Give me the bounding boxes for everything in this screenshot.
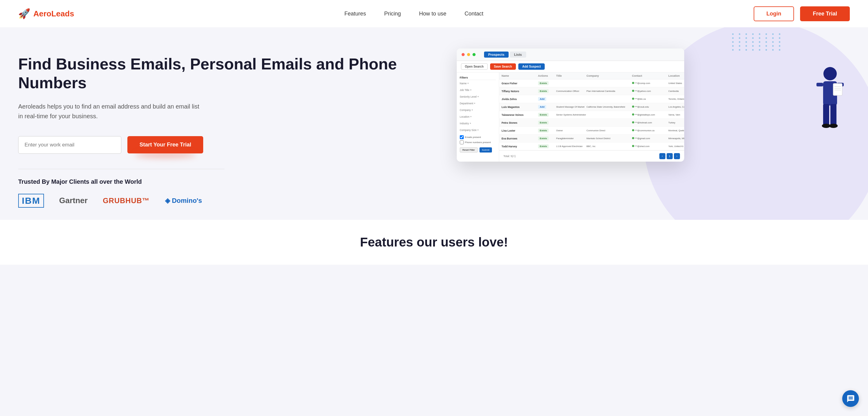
dominos-logo: ◈ Domino's: [165, 197, 202, 205]
cell-action[interactable]: Add: [538, 105, 556, 109]
table-header: Name Actions Title Company Contact Locat…: [499, 72, 684, 79]
page-1-btn[interactable]: 1: [666, 153, 673, 159]
filter-job-title[interactable]: Job Title +: [460, 88, 496, 92]
start-trial-button[interactable]: Start Your Free Trial: [127, 136, 203, 153]
filter-industry[interactable]: Industry +: [460, 121, 496, 126]
svg-point-11: [829, 124, 838, 128]
navbar: 🚀 AeroLeads Features Pricing How to use …: [0, 0, 868, 27]
cell-action[interactable]: Exists: [538, 129, 556, 132]
th-contact: Contact: [632, 74, 669, 77]
cell-location: United States: [669, 82, 684, 85]
logo[interactable]: 🚀 AeroLeads: [18, 8, 74, 20]
nav-pricing[interactable]: Pricing: [384, 11, 401, 17]
cell-title: Communication Officer: [556, 90, 587, 93]
th-company: Company: [587, 74, 632, 77]
person-illustration: [807, 65, 850, 162]
table-row: Taiwanese Voinos Exists Senior Systems A…: [499, 111, 684, 119]
svg-rect-9: [830, 104, 836, 125]
cell-action[interactable]: Exists: [538, 89, 556, 93]
cell-name: Taiwanese Voinos: [502, 114, 538, 117]
nav-features[interactable]: Features: [344, 11, 366, 17]
cell-contact: ***@communion.ca: [632, 129, 669, 132]
cell-title: Paraglideminister: [556, 137, 587, 140]
nav-contact[interactable]: Contact: [465, 11, 484, 17]
window-dot-yellow: [467, 53, 470, 56]
mockup-tabs: Prospects Lists: [484, 52, 526, 58]
grubhub-logo: GRUBHUB™: [103, 196, 150, 205]
cell-title: Owner: [556, 129, 587, 132]
tab-prospects[interactable]: Prospects: [484, 52, 508, 58]
table-body: Grace Fisher Exists ***@comp.com United …: [499, 79, 684, 150]
mockup-table: Name Actions Title Company Contact Locat…: [499, 72, 684, 162]
filter-name[interactable]: Name +: [460, 81, 496, 86]
tab-lists[interactable]: Lists: [510, 52, 526, 58]
phones-present-checkbox[interactable]: [460, 140, 464, 144]
th-location: Location: [669, 74, 684, 77]
cta-wrapper: Start Your Free Trial: [127, 136, 203, 153]
table-row: Grace Fisher Exists ***@comp.com United …: [499, 79, 684, 87]
filter-department[interactable]: Department +: [460, 101, 496, 105]
cell-location: York, United Ki: [669, 145, 684, 148]
cell-company: Plan International Cambodia: [587, 90, 632, 93]
cell-name: Tiffany Notoro: [502, 90, 538, 93]
emails-present-checkbox[interactable]: [460, 135, 464, 139]
free-trial-nav-button[interactable]: Free Trial: [800, 6, 850, 21]
th-name: Name: [502, 74, 538, 77]
cell-contact: ***@shed.com: [632, 145, 669, 148]
cell-name: Grace Fisher: [502, 82, 538, 85]
open-search-btn[interactable]: Open Search: [461, 63, 488, 70]
cell-action[interactable]: Exists: [538, 81, 556, 85]
next-page-btn[interactable]: ›: [674, 153, 680, 159]
filter-seniority[interactable]: Seniority Level +: [460, 95, 496, 99]
hero-form: Start Your Free Trial: [18, 136, 451, 154]
logo-text: AeroLeads: [33, 9, 74, 19]
table-row: Jivida Zehra Add ***@btc.ca Toronto, Ont…: [499, 95, 684, 103]
cell-location: Turkey: [669, 121, 684, 124]
cell-name: Petra Stones: [502, 121, 538, 124]
cell-company: Communion Direct: [587, 129, 632, 132]
email-input[interactable]: [18, 136, 121, 154]
cell-name: Todd Harvey: [502, 145, 538, 148]
table-row: Lisa Luster Exists Owner Communion Direc…: [499, 127, 684, 135]
th-title: Title: [556, 74, 587, 77]
th-actions: Actions: [538, 74, 556, 77]
nav-links: Features Pricing How to use Contact: [344, 11, 484, 17]
login-button[interactable]: Login: [754, 6, 794, 21]
nav-actions: Login Free Trial: [754, 6, 850, 21]
table-row: Tiffany Notoro Exists Communication Offi…: [499, 87, 684, 95]
add-suspect-btn[interactable]: Add Suspect: [518, 63, 545, 70]
cell-action[interactable]: Exists: [538, 113, 556, 117]
dashboard-mockup: Prospects Lists Open Search Save Search …: [457, 49, 684, 162]
cell-contact: ***@csub.edu: [632, 105, 669, 108]
cell-name: Luis Magantos: [502, 105, 538, 108]
filter-location[interactable]: Location +: [460, 115, 496, 119]
cell-location: Los Angeles, Californ: [669, 105, 684, 108]
cell-action[interactable]: Exists: [538, 136, 556, 140]
cell-location: Varna, Varn: [669, 114, 684, 116]
nav-how-to-use[interactable]: How to use: [419, 11, 446, 17]
divider: [18, 169, 224, 169]
filter-company-size[interactable]: Company Size +: [460, 128, 496, 132]
submit-filter-btn[interactable]: Submit: [479, 147, 492, 153]
prev-page-btn[interactable]: ‹: [659, 153, 665, 159]
logo-icon: 🚀: [18, 8, 30, 20]
hero-section: Find Business Emails, Personal Emails an…: [0, 27, 868, 220]
features-section: Features our users love!: [0, 220, 868, 265]
cell-location: Montreal, Quebe: [669, 129, 684, 132]
cell-company: California State University, Bakersfield: [587, 105, 632, 108]
cell-name: Lisa Luster: [502, 129, 538, 132]
save-search-btn[interactable]: Save Search: [490, 63, 516, 70]
cell-action[interactable]: Exists: [538, 144, 556, 148]
table-row: Luis Magantos Add Student Massage Of Mar…: [499, 103, 684, 111]
cell-action[interactable]: Add: [538, 97, 556, 101]
mockup-body: Filters Name + Job Title + Seniority Lev…: [457, 72, 684, 162]
trusted-text: Trusted By Major Clients all over the Wo…: [18, 178, 451, 185]
svg-point-10: [822, 124, 830, 128]
cell-action[interactable]: Exists: [538, 121, 556, 125]
reset-filter-btn[interactable]: Reset Filter: [460, 147, 478, 153]
cell-contact: ***@hotmail.com: [632, 121, 669, 124]
cell-contact: ***@comp.com: [632, 82, 669, 85]
svg-rect-4: [833, 84, 842, 96]
cell-title: Student Massage Of Market: [556, 105, 587, 108]
filter-company[interactable]: Company +: [460, 108, 496, 112]
